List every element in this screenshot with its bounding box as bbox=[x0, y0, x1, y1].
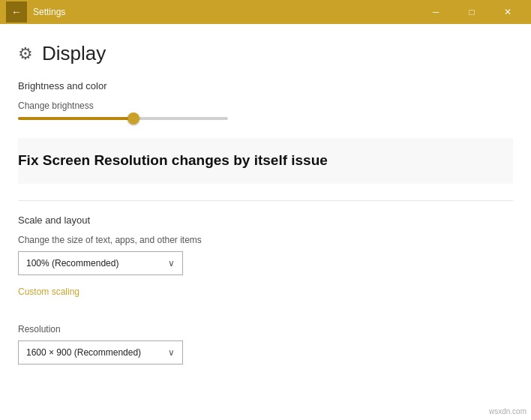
custom-scaling-link[interactable]: Custom scaling bbox=[18, 286, 80, 297]
resolution-label: Resolution bbox=[18, 324, 513, 334]
watermark: wsxdn.com bbox=[489, 407, 526, 416]
page-title: Display bbox=[42, 42, 106, 65]
size-dropdown-arrow: ∨ bbox=[168, 258, 175, 268]
maximize-button[interactable]: □ bbox=[454, 0, 489, 24]
brightness-section: Brightness and color Change brightness bbox=[18, 80, 513, 120]
brightness-label: Change brightness bbox=[18, 100, 513, 111]
brightness-fill bbox=[18, 117, 134, 120]
resolution-dropdown-arrow: ∨ bbox=[168, 347, 175, 358]
titlebar: ← Settings ─ □ ✕ bbox=[0, 0, 531, 24]
resolution-section: Resolution 1600 × 900 (Recommended) ∨ bbox=[18, 324, 513, 364]
divider bbox=[18, 200, 513, 201]
close-button[interactable]: ✕ bbox=[490, 0, 525, 24]
display-heading: ⚙ Display bbox=[18, 42, 513, 65]
size-dropdown-value: 100% (Recommended) bbox=[26, 258, 118, 268]
back-button[interactable]: ← bbox=[6, 2, 27, 22]
resolution-dropdown[interactable]: 1600 × 900 (Recommended) ∨ bbox=[18, 340, 183, 364]
size-dropdown[interactable]: 100% (Recommended) ∨ bbox=[18, 251, 183, 275]
titlebar-title: Settings bbox=[33, 7, 418, 17]
minimize-button[interactable]: ─ bbox=[418, 0, 453, 24]
resolution-dropdown-value: 1600 × 900 (Recommended) bbox=[26, 347, 141, 358]
fix-resolution-banner: Fix Screen Resolution changes by itself … bbox=[18, 138, 513, 184]
fix-resolution-text: Fix Screen Resolution changes by itself … bbox=[18, 152, 513, 170]
brightness-section-label: Brightness and color bbox=[18, 80, 513, 92]
brightness-slider[interactable] bbox=[18, 117, 228, 120]
brightness-thumb[interactable] bbox=[128, 112, 140, 124]
back-icon: ← bbox=[11, 6, 22, 18]
size-change-label: Change the size of text, apps, and other… bbox=[18, 235, 513, 245]
settings-icon: ⚙ bbox=[18, 44, 33, 64]
window-controls: ─ □ ✕ bbox=[418, 0, 525, 24]
scale-layout-section: Scale and layout Change the size of text… bbox=[18, 214, 513, 310]
main-content: ⚙ Display Brightness and color Change br… bbox=[0, 24, 531, 392]
scale-layout-label: Scale and layout bbox=[18, 214, 513, 226]
